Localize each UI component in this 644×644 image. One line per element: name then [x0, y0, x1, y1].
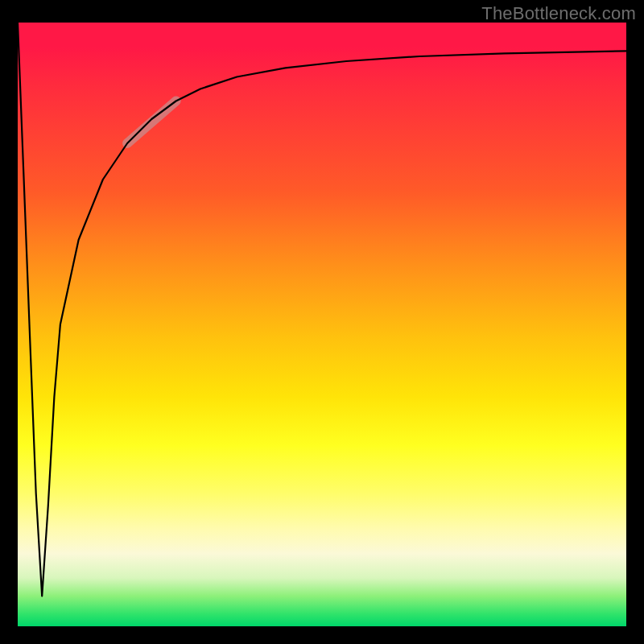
chart-stage: TheBottleneck.com — [0, 0, 644, 644]
watermark-text: TheBottleneck.com — [481, 3, 636, 24]
curve-main — [18, 23, 626, 597]
plot-area — [18, 23, 626, 626]
curve-svg — [18, 23, 626, 626]
